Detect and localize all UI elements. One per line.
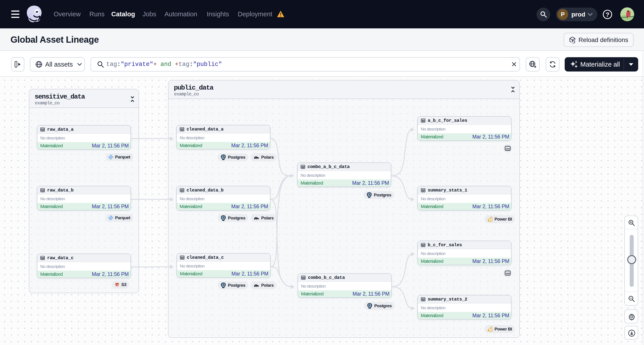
svg-text:csv: csv	[506, 147, 510, 150]
svg-text:csv: csv	[506, 272, 510, 274]
svg-text:?: ?	[606, 11, 609, 18]
